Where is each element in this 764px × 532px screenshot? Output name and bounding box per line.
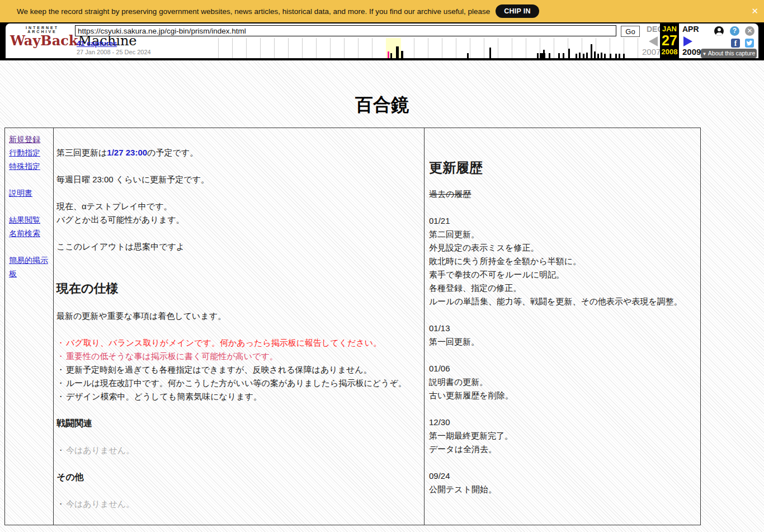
toolbar-close-icon[interactable]: ✕: [745, 26, 754, 36]
other-heading: その他: [56, 470, 418, 484]
history-line: 説明書の更新。: [429, 375, 695, 389]
bullet-item: ・デザイン模索中。どうしても簡素気味になります。: [56, 390, 418, 403]
next-month-label: APR: [682, 25, 699, 34]
history-line: 各種登録、指定の修正。: [429, 281, 695, 295]
prev-year-label[interactable]: 2007: [642, 47, 661, 57]
history-line: 第一期最終更新完了。: [429, 429, 695, 442]
sidebar-link[interactable]: 名前検索: [9, 227, 51, 240]
donation-banner: We keep the record straight by preservin…: [0, 0, 764, 22]
next-capture-arrow-icon[interactable]: [683, 36, 692, 46]
history-line: 敗北時に失う所持金を全額から半額に。: [429, 255, 695, 268]
bullet-item: ・今はありません。: [56, 497, 418, 511]
timeline-bar: [597, 54, 599, 58]
update-notice: 第三回更新は1/27 23:00の予定です。: [56, 146, 418, 159]
battle-bullet-list: ・今はありません。: [56, 444, 418, 457]
timeline-bar: [467, 53, 469, 58]
history-date: 09/24: [429, 469, 695, 483]
help-icon[interactable]: ?: [730, 26, 739, 36]
sidebar-group: 結果閲覧名前検索: [9, 213, 51, 240]
twitter-share-icon[interactable]: [745, 39, 754, 48]
bullet-text: バグ取り、バランス取りがメインです。何かあったら掲示板に報告してください。: [66, 338, 381, 347]
history-entries: 01/21第二回更新。外見設定の表示ミスを修正。敗北時に失う所持金を全額から半額…: [429, 214, 695, 496]
bullet-item: ・ルールは現在改訂中です。何かこうした方がいい等の案がありましたら掲示板にどうぞ…: [56, 376, 418, 390]
sidebar-link[interactable]: 行動指定: [9, 146, 51, 159]
go-button[interactable]: Go: [621, 26, 640, 37]
timeline-bar: [390, 53, 392, 58]
history-column: 更新履歴 過去の履歴 01/21第二回更新。外見設定の表示ミスを修正。敗北時に失…: [425, 128, 700, 525]
update-time-highlight: 1/27 23:00: [107, 148, 147, 157]
prev-capture-arrow-icon[interactable]: [649, 36, 658, 46]
banner-close-icon[interactable]: ✕: [751, 6, 758, 16]
profile-icon[interactable]: [714, 26, 724, 36]
history-entry: 01/06説明書の更新。古い更新履歴を削除。: [429, 362, 695, 402]
content-table: 新規登録行動指定特殊指定説明書結果閲覧名前検索簡易的掲示板 第三回更新は1/27…: [4, 128, 701, 525]
bullet-item: ・今はありません。: [56, 444, 418, 457]
history-date: 01/06: [429, 362, 695, 375]
sidebar-link[interactable]: 結果閲覧: [9, 213, 51, 227]
captures-link[interactable]: 41 captures: [77, 39, 117, 48]
spec-heading: 現在の仕様: [56, 280, 418, 298]
bullet-item: ・バグ取り、バランス取りがメインです。何かあったら掲示板に報告してください。: [56, 336, 418, 350]
other-bullet-list: ・今はありません。: [56, 497, 418, 511]
sidebar-link[interactable]: 新規登録: [9, 133, 51, 146]
facebook-share-icon[interactable]: f: [731, 39, 740, 48]
bullet-text: 更新予定時刻を過ぎても各種指定はできますが、反映される保障はありません。: [66, 365, 372, 374]
bullet-item: ・重要性の低そうな事は掲示板に書く可能性が高いです。: [56, 350, 418, 363]
history-past-label: 過去の履歴: [429, 187, 695, 201]
timeline-bar: [396, 46, 399, 58]
history-heading: 更新履歴: [429, 158, 695, 177]
history-line: ルールの単語集、能力等、戦闘を更新、その他表示や表現を調整。: [429, 295, 695, 308]
layout-note: ここのレイアウトは思案中ですよ: [56, 240, 418, 253]
wayback-logo[interactable]: INTERNET ARCHIVE WayBackMachine: [10, 26, 74, 48]
history-line: 第一回更新。: [429, 335, 695, 349]
about-this-capture-button[interactable]: ▼ About this capture: [701, 49, 757, 58]
timeline-bar: [591, 44, 592, 58]
sidebar-link[interactable]: 特殊指定: [9, 159, 51, 173]
bullet-text: デザイン模索中。どうしても簡素気味になります。: [66, 392, 262, 401]
timeline-bar: [615, 54, 617, 58]
bullet-item: ・更新予定時刻を過ぎても各種指定はできますが、反映される保障はありません。: [56, 363, 418, 376]
sidebar-link[interactable]: 簡易的掲示板: [9, 253, 51, 280]
bullet-dot: ・: [56, 499, 65, 509]
timeline-bar: [401, 51, 403, 58]
next-year-label[interactable]: 2009: [682, 47, 701, 57]
bullet-text: 今はありません。: [66, 499, 134, 509]
donation-message: We keep the record straight by preservin…: [17, 7, 490, 16]
timeline-bar: [563, 53, 564, 58]
history-line: 公開テスト開始。: [429, 483, 695, 496]
history-date: 01/13: [429, 322, 695, 335]
current-day-label: 27: [660, 33, 679, 48]
capture-date-range: 27 Jan 2008 - 25 Dec 2024: [77, 49, 151, 55]
timeline-bar: [537, 53, 539, 58]
chip-in-button[interactable]: CHIP IN: [496, 4, 539, 18]
history-line: 外見設定の表示ミスを修正。: [429, 241, 695, 255]
timeline-bar: [568, 49, 570, 58]
timeline-bar: [549, 53, 550, 58]
bullet-dot: ・: [56, 392, 65, 401]
timeline-bar: [586, 53, 588, 58]
history-date: 12/30: [429, 416, 695, 429]
sidebar-link[interactable]: 説明書: [9, 186, 51, 200]
timeline-bar: [543, 50, 545, 58]
wayback-panel: INTERNET ARCHIVE WayBackMachine Go 41 ca…: [6, 23, 758, 58]
timeline-bar: [601, 53, 602, 58]
wayback-machine-label: WayBackMachine: [10, 34, 74, 48]
spec-bullet-list: ・バグ取り、バランス取りがメインです。何かあったら掲示板に報告してください。・重…: [56, 336, 418, 403]
timeline-bar: [489, 48, 491, 58]
current-capture-box: JAN 27 2008: [660, 22, 679, 59]
timeline-bar: [388, 51, 389, 58]
history-entry: 01/13第一回更新。: [429, 322, 695, 349]
history-date: 01/21: [429, 214, 695, 228]
sidebar-group: 簡易的掲示板: [9, 253, 51, 280]
timeline-bar: [623, 54, 625, 58]
bullet-dot: ・: [56, 445, 65, 455]
wayback-toolbar: INTERNET ARCHIVE WayBackMachine Go 41 ca…: [0, 22, 764, 60]
timeline-bar: [610, 54, 611, 58]
timeline-bar: [558, 53, 560, 58]
bullet-text: 重要性の低そうな事は掲示板に書く可能性が高いです。: [66, 351, 278, 361]
history-line: 第二回更新。: [429, 228, 695, 241]
archive-url-input[interactable]: [75, 25, 616, 36]
captures-timeline[interactable]: [218, 38, 639, 58]
profile-shoulders-shape: [716, 32, 723, 36]
history-line: 素手で拳技の不可をルールに明記。: [429, 268, 695, 281]
